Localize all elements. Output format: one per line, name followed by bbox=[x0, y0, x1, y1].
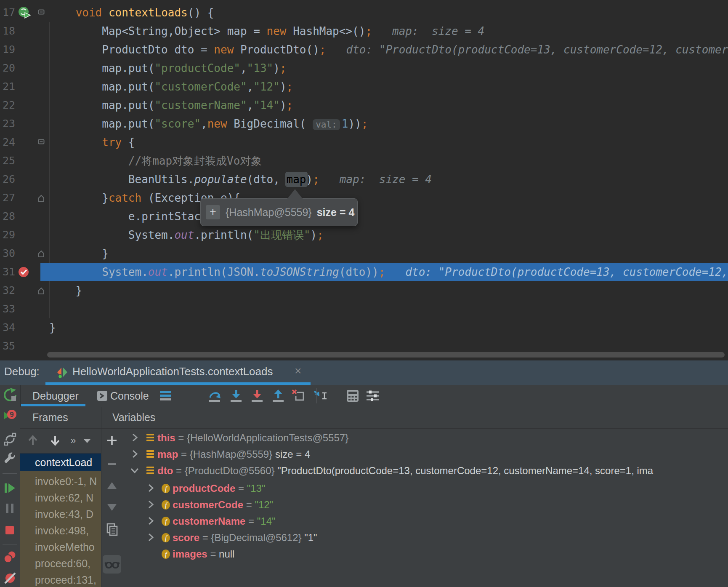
code-text[interactable]: map.put("customerCode","12"); bbox=[40, 77, 728, 96]
code-text[interactable]: //将map对象封装成Vo对象 bbox=[40, 152, 728, 170]
code-line-27[interactable]: 27 }catch (Exception e){ bbox=[0, 189, 728, 207]
tab-console[interactable]: Console bbox=[97, 385, 149, 406]
code-text[interactable]: }catch (Exception e){ bbox=[40, 189, 728, 207]
variable-value: "ProductDto(productCode=13, customerCode… bbox=[277, 465, 653, 476]
frame-down-icon[interactable] bbox=[48, 433, 63, 448]
code-line-31[interactable]: 31 System.out.println(JSON.toJSONString(… bbox=[0, 263, 728, 281]
code-line-34[interactable]: 34} bbox=[0, 318, 728, 337]
move-down-icon[interactable] bbox=[105, 500, 119, 514]
frame-row[interactable]: proceed:131, bbox=[20, 571, 101, 587]
variable-row-images[interactable]: fimages = null bbox=[123, 546, 728, 562]
code-text[interactable]: BeanUtils.populate(dto, map);map: size =… bbox=[40, 170, 728, 189]
code-line-26[interactable]: 26 BeanUtils.populate(dto, map);map: siz… bbox=[0, 170, 728, 189]
step-out-icon[interactable] bbox=[271, 389, 285, 403]
duplicate-icon[interactable] bbox=[105, 522, 119, 536]
horizontal-scrollbar[interactable] bbox=[47, 352, 725, 358]
code-text[interactable]: void contextLoads() { bbox=[40, 3, 728, 22]
remove-icon[interactable] bbox=[105, 457, 119, 471]
frame-row[interactable]: invoke:43, D bbox=[20, 505, 101, 523]
run-test-icon[interactable] bbox=[18, 6, 31, 19]
code-line-17[interactable]: 17 void contextLoads() { bbox=[0, 3, 728, 22]
code-text[interactable]: try { bbox=[40, 133, 728, 152]
variable-row-map[interactable]: map = {HashMap@5559} size = 4 bbox=[123, 446, 728, 462]
pause-icon[interactable] bbox=[3, 502, 17, 516]
rerun-failed-tests-icon[interactable]: 9 bbox=[3, 408, 17, 422]
chevron-right-icon[interactable] bbox=[146, 516, 156, 526]
refresh-icon[interactable] bbox=[3, 432, 17, 446]
code-text[interactable]: } bbox=[40, 244, 728, 263]
frame-row[interactable]: invoke:498, bbox=[20, 522, 101, 539]
code-text[interactable]: System.out.println("出现错误"); bbox=[40, 226, 728, 244]
force-step-into-icon[interactable] bbox=[250, 389, 264, 403]
evaluate-expression-icon[interactable] bbox=[345, 389, 360, 403]
add-icon[interactable] bbox=[105, 433, 119, 448]
code-text[interactable]: ProductDto dto = new ProductDto();dto: "… bbox=[40, 40, 728, 59]
variable-value: = bbox=[207, 548, 219, 560]
code-text[interactable]: map.put("customerName","14"); bbox=[40, 96, 728, 115]
run-to-cursor-icon[interactable] bbox=[313, 389, 327, 403]
layout-bars-icon[interactable] bbox=[159, 389, 173, 403]
chevron-right-icon[interactable] bbox=[146, 483, 156, 493]
code-text[interactable]: System.out.println(JSON.toJSONString(dto… bbox=[40, 263, 728, 281]
view-breakpoints-icon[interactable] bbox=[3, 550, 17, 564]
code-line-33[interactable]: 33 bbox=[0, 300, 728, 318]
step-over-icon[interactable] bbox=[207, 389, 222, 403]
mute-breakpoints-icon[interactable] bbox=[3, 571, 17, 585]
code-line-28[interactable]: 28 e.printStackTrace(); bbox=[0, 207, 728, 226]
variable-row-dto[interactable]: dto = {ProductDto@5560} "ProductDto(prod… bbox=[123, 462, 728, 479]
code-text[interactable]: } bbox=[40, 281, 728, 300]
view-options-icon[interactable] bbox=[366, 389, 380, 403]
code-token: } bbox=[49, 284, 82, 297]
code-line-30[interactable]: 30 } bbox=[0, 244, 728, 263]
expand-value-button[interactable]: + bbox=[206, 205, 220, 219]
step-into-icon[interactable] bbox=[228, 389, 243, 403]
chevron-right-icon[interactable] bbox=[130, 449, 140, 459]
frame-row[interactable]: invoke:62, N bbox=[20, 489, 101, 507]
code-line-19[interactable]: 19 ProductDto dto = new ProductDto();dto… bbox=[0, 40, 728, 59]
move-up-icon[interactable] bbox=[105, 479, 119, 493]
code-line-29[interactable]: 29 System.out.println("出现错误"); bbox=[0, 226, 728, 244]
drop-frame-icon[interactable] bbox=[292, 389, 306, 403]
code-line-25[interactable]: 25 //将map对象封装成Vo对象 bbox=[0, 152, 728, 170]
close-icon[interactable]: × bbox=[295, 360, 301, 382]
chevron-down-icon[interactable] bbox=[130, 465, 140, 475]
variable-row-customerCode[interactable]: fcustomerCode = "12" bbox=[123, 496, 728, 513]
code-line-22[interactable]: 22 map.put("customerName","14"); bbox=[0, 96, 728, 115]
frames-filter-icon[interactable] bbox=[80, 433, 95, 448]
code-line-32[interactable]: 32 } bbox=[0, 281, 728, 300]
code-line-18[interactable]: 18 Map<String,Object> map = new HashMap<… bbox=[0, 22, 728, 40]
wrench-icon[interactable] bbox=[3, 451, 17, 466]
variable-row-customerName[interactable]: fcustomerName = "14" bbox=[123, 513, 728, 529]
variable-row-score[interactable]: fscore = {BigDecimal@5612} "1" bbox=[123, 529, 728, 546]
code-token: catch bbox=[109, 192, 141, 204]
code-text[interactable] bbox=[40, 300, 728, 318]
code-line-24[interactable]: 24 try { bbox=[0, 133, 728, 152]
code-text[interactable]: e.printStackTrace(); bbox=[40, 207, 728, 226]
variable-row-productCode[interactable]: fproductCode = "13" bbox=[123, 480, 728, 496]
code-text[interactable]: map.put("score",new BigDecimal( val:1)); bbox=[40, 115, 728, 133]
frame-row[interactable]: proceed:60, bbox=[20, 555, 101, 572]
code-line-20[interactable]: 20 map.put("productCode","13"); bbox=[0, 59, 728, 77]
frame-up-icon[interactable] bbox=[26, 433, 41, 448]
code-line-21[interactable]: 21 map.put("customerCode","12"); bbox=[0, 77, 728, 96]
code-token: new bbox=[267, 25, 287, 37]
frame-row[interactable]: invoke0:-1, N bbox=[20, 472, 101, 490]
stop-icon[interactable] bbox=[3, 523, 17, 538]
code-editor[interactable]: 17 void contextLoads() {18 Map<String,Ob… bbox=[0, 0, 728, 360]
code-text[interactable]: } bbox=[40, 318, 728, 337]
code-text[interactable]: Map<String,Object> map = new HashMap<>()… bbox=[40, 22, 728, 40]
chevron-right-icon[interactable] bbox=[146, 532, 156, 542]
variable-row-this[interactable]: this = {HelloWorldApplicationTests@5557} bbox=[123, 430, 728, 446]
resume-icon[interactable] bbox=[3, 481, 17, 496]
chevron-right-icon[interactable] bbox=[146, 499, 156, 510]
breakpoint-icon[interactable] bbox=[18, 265, 31, 279]
tab-debugger[interactable]: Debugger bbox=[32, 385, 79, 406]
chevron-right-icon[interactable] bbox=[130, 432, 140, 443]
show-watches-icon[interactable] bbox=[105, 558, 119, 572]
frames-more-icon[interactable]: » bbox=[66, 433, 81, 448]
frame-row[interactable]: contextLoad bbox=[20, 454, 101, 471]
rerun-icon[interactable] bbox=[3, 388, 17, 402]
frame-row[interactable]: invokeMetho bbox=[20, 538, 101, 556]
code-text[interactable]: map.put("productCode","13"); bbox=[40, 59, 728, 77]
code-line-23[interactable]: 23 map.put("score",new BigDecimal( val:1… bbox=[0, 115, 728, 133]
